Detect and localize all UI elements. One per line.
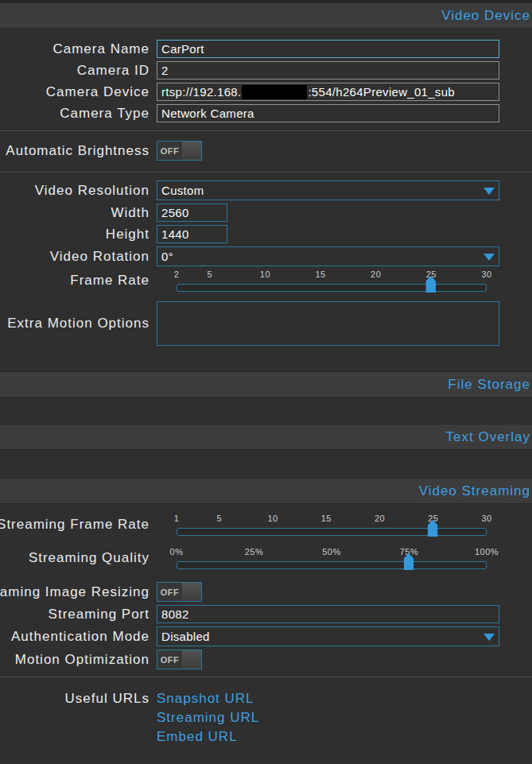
frame-rate-label: Frame Rate [0, 273, 150, 292]
embed-url-link[interactable]: Embed URL [157, 727, 259, 747]
useful-urls-label: Useful URLs [0, 689, 150, 707]
slider-tick: 20 [371, 270, 381, 279]
slider-tick-labels: 0% 25% 50% 75% 100% [177, 547, 487, 558]
streaming-quality-label: Streaming Quality [0, 550, 150, 569]
streaming-url-link[interactable]: Streaming URL [157, 708, 259, 727]
dropdown-arrow-icon [483, 188, 495, 195]
snapshot-url-link[interactable]: Snapshot URL [157, 689, 259, 708]
section-header-video-streaming[interactable]: Video Streaming [0, 478, 532, 504]
slider-tick-labels: 1 5 10 15 20 25 30 [177, 514, 487, 525]
slider-tick: 0% [170, 547, 184, 557]
video-rotation-value: 0° [161, 250, 173, 263]
motion-optimization-toggle[interactable]: OFF [157, 650, 202, 669]
separator [0, 677, 532, 677]
slider-track[interactable] [177, 561, 487, 569]
separator [0, 172, 532, 173]
automatic-brightness-label: Automatic Brightness [0, 143, 150, 159]
section-header-text-overlay[interactable]: Text Overlay [0, 424, 532, 450]
spacer [0, 450, 532, 478]
toggle-knob [182, 650, 201, 669]
camera-settings-panel: Video Device Camera Name Camera ID Camer… [0, 0, 532, 764]
height-input[interactable] [157, 225, 227, 243]
section-title: File Storage [448, 377, 530, 393]
slider-tick: 100% [475, 547, 499, 557]
camera-device-url-prefix: rtsp://192.168. [161, 85, 241, 99]
slider-tick: 30 [481, 514, 491, 523]
spacer [0, 349, 532, 371]
streaming-port-input[interactable] [157, 605, 499, 623]
streaming-port-label: Streaming Port [0, 607, 150, 622]
authentication-mode-value: Disabled [161, 630, 210, 643]
slider-tick: 10 [267, 514, 278, 523]
video-resolution-value: Custom [161, 184, 204, 197]
toggle-off-label: OFF [157, 142, 182, 160]
separator [0, 130, 532, 131]
slider-tick: 5 [216, 514, 222, 523]
toggle-knob [182, 142, 201, 160]
slider-tick: 5 [207, 270, 212, 279]
motion-optimization-label: Motion Optimization [0, 652, 150, 668]
slider-tick: 20 [375, 514, 385, 523]
video-rotation-label: Video Rotation [0, 249, 150, 265]
width-label: Width [0, 205, 150, 221]
slider-track[interactable] [177, 284, 487, 292]
camera-device-input[interactable]: rtsp://192.168. :554/h264Preview_01_sub [157, 83, 499, 101]
streaming-frame-rate-label: Streaming Frame Rate [0, 517, 150, 536]
section-title: Text Overlay [446, 429, 530, 445]
section-title: Video Streaming [419, 483, 530, 499]
camera-id-input[interactable] [157, 61, 499, 80]
camera-type-label: Camera Type [0, 106, 150, 122]
slider-tick: 30 [481, 270, 491, 279]
slider-tick-labels: 2 5 10 15 20 25 30 [177, 270, 487, 281]
automatic-brightness-toggle[interactable]: OFF [157, 141, 202, 161]
extra-motion-options-label: Extra Motion Options [0, 316, 150, 332]
slider-track[interactable] [177, 528, 487, 536]
dropdown-arrow-icon [483, 254, 495, 261]
extra-motion-options-textarea[interactable] [157, 301, 499, 346]
spacer [0, 398, 532, 424]
slider-tick: 2 [174, 270, 180, 279]
slider-tick: 50% [322, 547, 341, 557]
camera-id-label: Camera ID [0, 63, 150, 79]
streaming-frame-rate-slider[interactable]: 1 5 10 15 20 25 30 [177, 514, 487, 536]
toggle-off-label: OFF [157, 583, 182, 601]
slider-tick: 1 [174, 514, 180, 523]
width-input[interactable] [157, 204, 227, 222]
section-title: Video Device [441, 8, 530, 24]
section-header-video-device[interactable]: Video Device [0, 2, 532, 29]
camera-name-label: Camera Name [0, 41, 150, 57]
slider-tick: 10 [260, 270, 270, 279]
toggle-knob [182, 583, 201, 601]
video-resolution-select[interactable]: Custom [157, 180, 499, 200]
frame-rate-slider[interactable]: 2 5 10 15 20 25 30 [177, 270, 487, 292]
video-resolution-label: Video Resolution [0, 183, 150, 199]
video-rotation-select[interactable]: 0° [157, 246, 499, 266]
streaming-image-resizing-label: Streaming Image Resizing [0, 584, 150, 600]
camera-name-input[interactable] [157, 40, 499, 58]
authentication-mode-label: Authentication Mode [0, 629, 150, 645]
dropdown-arrow-icon [483, 634, 495, 641]
slider-tick: 15 [321, 514, 332, 523]
section-header-file-storage[interactable]: File Storage [0, 371, 532, 398]
slider-tick: 15 [315, 270, 325, 279]
height-label: Height [0, 227, 150, 242]
camera-device-label: Camera Device [0, 84, 150, 100]
authentication-mode-select[interactable]: Disabled [157, 626, 499, 646]
redaction-box [242, 85, 307, 99]
camera-type-input[interactable] [157, 104, 499, 122]
streaming-quality-slider[interactable]: 0% 25% 50% 75% 100% [177, 547, 487, 569]
slider-tick: 25% [245, 547, 264, 557]
toggle-off-label: OFF [157, 650, 182, 669]
camera-device-url-suffix: :554/h264Preview_01_sub [308, 85, 455, 99]
streaming-image-resizing-toggle[interactable]: OFF [157, 582, 202, 602]
